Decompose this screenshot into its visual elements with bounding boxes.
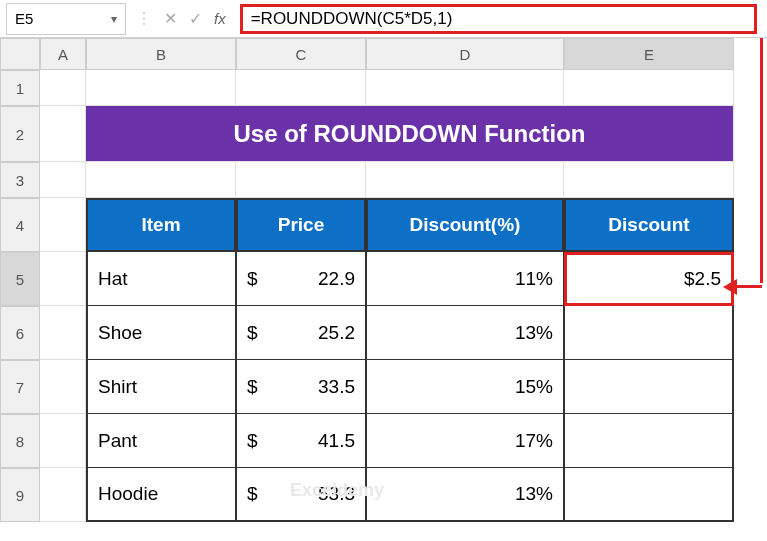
col-header-b[interactable]: B bbox=[86, 38, 236, 70]
annotation-arrow-horiz bbox=[734, 285, 762, 288]
cancel-icon[interactable]: ✕ bbox=[164, 9, 177, 28]
cell-item-4[interactable]: Hoodie bbox=[86, 468, 236, 522]
col-header-a[interactable]: A bbox=[40, 38, 86, 70]
grid: A B C D E Use of ROUNDDOWN Function bbox=[40, 38, 767, 522]
currency-symbol: $ bbox=[247, 483, 258, 505]
annotation-arrow-line bbox=[760, 38, 763, 283]
name-box-value: E5 bbox=[15, 10, 111, 27]
cell-pct-1[interactable]: 13% bbox=[366, 306, 564, 360]
spreadsheet: 1 2 3 4 5 6 7 8 9 A B C D E Use of ROUND… bbox=[0, 38, 767, 522]
row-2: Use of ROUNDDOWN Function bbox=[40, 106, 767, 162]
cell-a2[interactable] bbox=[40, 106, 86, 162]
column-headers: A B C D E bbox=[40, 38, 767, 70]
header-price[interactable]: Price bbox=[236, 198, 366, 252]
cell-price-0[interactable]: $22.9 bbox=[236, 252, 366, 306]
cell-a5[interactable] bbox=[40, 252, 86, 306]
cell-discount-2[interactable] bbox=[564, 360, 734, 414]
cell-d3[interactable] bbox=[366, 162, 564, 198]
cell-discount-1[interactable] bbox=[564, 306, 734, 360]
price-value: 25.2 bbox=[318, 322, 355, 344]
col-header-e[interactable]: E bbox=[564, 38, 734, 70]
row-header-6[interactable]: 6 bbox=[0, 306, 40, 360]
formula-bar: E5 ▾ ⋮ ✕ ✓ fx =ROUNDDOWN(C5*D5,1) bbox=[0, 0, 767, 38]
cell-a4[interactable] bbox=[40, 198, 86, 252]
annotation-arrow-head bbox=[723, 279, 737, 295]
row-3 bbox=[40, 162, 767, 198]
cell-price-2[interactable]: $33.5 bbox=[236, 360, 366, 414]
fx-icon[interactable]: fx bbox=[214, 10, 226, 27]
cell-item-1[interactable]: Shoe bbox=[86, 306, 236, 360]
row-5: Hat $22.9 11% $2.5 bbox=[40, 252, 767, 306]
cell-discount-0[interactable]: $2.5 bbox=[564, 252, 734, 306]
row-header-5[interactable]: 5 bbox=[0, 252, 40, 306]
header-item[interactable]: Item bbox=[86, 198, 236, 252]
formula-text: =ROUNDDOWN(C5*D5,1) bbox=[251, 9, 453, 29]
currency-symbol: $ bbox=[247, 430, 258, 452]
cell-b1[interactable] bbox=[86, 70, 236, 106]
cell-a7[interactable] bbox=[40, 360, 86, 414]
cell-b3[interactable] bbox=[86, 162, 236, 198]
enter-icon[interactable]: ✓ bbox=[189, 9, 202, 28]
cell-price-3[interactable]: $41.5 bbox=[236, 414, 366, 468]
cell-e1[interactable] bbox=[564, 70, 734, 106]
cell-d1[interactable] bbox=[366, 70, 564, 106]
select-all-corner[interactable] bbox=[0, 38, 40, 70]
price-value: 53.3 bbox=[318, 483, 355, 505]
cell-a3[interactable] bbox=[40, 162, 86, 198]
header-discount[interactable]: Discount bbox=[564, 198, 734, 252]
row-9: Hoodie $53.3 13% bbox=[40, 468, 767, 522]
row-header-1[interactable]: 1 bbox=[0, 70, 40, 106]
cell-e3[interactable] bbox=[564, 162, 734, 198]
cell-item-3[interactable]: Pant bbox=[86, 414, 236, 468]
row-header-2[interactable]: 2 bbox=[0, 106, 40, 162]
row-header-4[interactable]: 4 bbox=[0, 198, 40, 252]
formula-input[interactable]: =ROUNDDOWN(C5*D5,1) bbox=[240, 4, 757, 34]
row-1 bbox=[40, 70, 767, 106]
cell-a6[interactable] bbox=[40, 306, 86, 360]
cell-c3[interactable] bbox=[236, 162, 366, 198]
currency-symbol: $ bbox=[247, 268, 258, 290]
cell-a8[interactable] bbox=[40, 414, 86, 468]
cell-price-4[interactable]: $53.3 bbox=[236, 468, 366, 522]
row-6: Shoe $25.2 13% bbox=[40, 306, 767, 360]
currency-symbol: $ bbox=[247, 376, 258, 398]
cell-a1[interactable] bbox=[40, 70, 86, 106]
cell-pct-3[interactable]: 17% bbox=[366, 414, 564, 468]
currency-symbol: $ bbox=[247, 322, 258, 344]
cell-a9[interactable] bbox=[40, 468, 86, 522]
row-8: Pant $41.5 17% bbox=[40, 414, 767, 468]
chevron-down-icon[interactable]: ▾ bbox=[111, 12, 117, 26]
row-4: Item Price Discount(%) Discount bbox=[40, 198, 767, 252]
formula-bar-buttons: ✕ ✓ fx bbox=[156, 9, 240, 28]
divider: ⋮ bbox=[136, 9, 152, 28]
row-header-3[interactable]: 3 bbox=[0, 162, 40, 198]
row-header-7[interactable]: 7 bbox=[0, 360, 40, 414]
cell-price-1[interactable]: $25.2 bbox=[236, 306, 366, 360]
row-7: Shirt $33.5 15% bbox=[40, 360, 767, 414]
cell-item-2[interactable]: Shirt bbox=[86, 360, 236, 414]
cell-pct-4[interactable]: 13% bbox=[366, 468, 564, 522]
cell-discount-4[interactable] bbox=[564, 468, 734, 522]
title-banner[interactable]: Use of ROUNDDOWN Function bbox=[86, 106, 734, 162]
header-discount-pct[interactable]: Discount(%) bbox=[366, 198, 564, 252]
cell-item-0[interactable]: Hat bbox=[86, 252, 236, 306]
cell-discount-3[interactable] bbox=[564, 414, 734, 468]
cell-pct-2[interactable]: 15% bbox=[366, 360, 564, 414]
cell-pct-0[interactable]: 11% bbox=[366, 252, 564, 306]
row-headers: 1 2 3 4 5 6 7 8 9 bbox=[0, 38, 40, 522]
cell-c1[interactable] bbox=[236, 70, 366, 106]
name-box[interactable]: E5 ▾ bbox=[6, 3, 126, 35]
col-header-c[interactable]: C bbox=[236, 38, 366, 70]
price-value: 22.9 bbox=[318, 268, 355, 290]
row-header-8[interactable]: 8 bbox=[0, 414, 40, 468]
price-value: 41.5 bbox=[318, 430, 355, 452]
col-header-d[interactable]: D bbox=[366, 38, 564, 70]
row-header-9[interactable]: 9 bbox=[0, 468, 40, 522]
price-value: 33.5 bbox=[318, 376, 355, 398]
